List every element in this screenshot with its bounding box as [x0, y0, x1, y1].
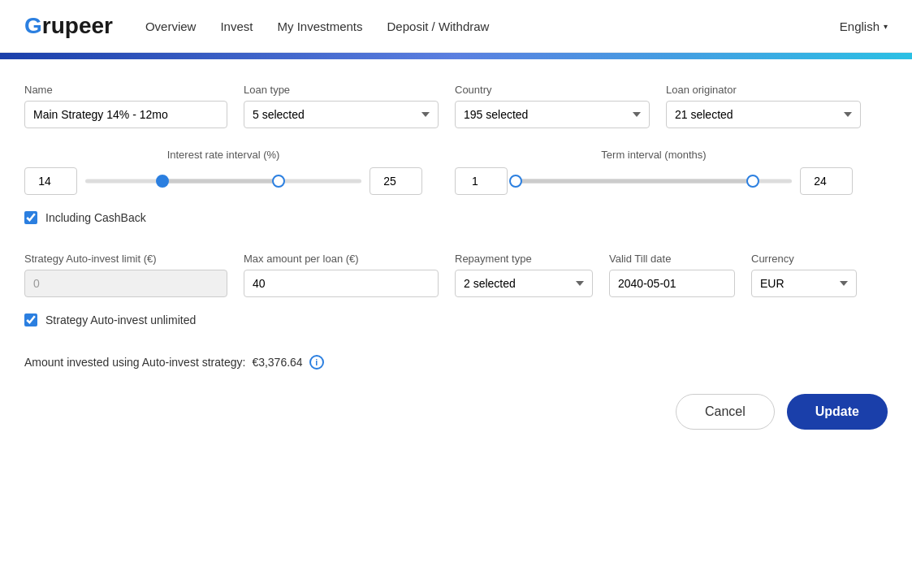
term-thumb-right[interactable] — [746, 175, 759, 188]
interest-slider-track — [85, 171, 361, 191]
nav-my-investments[interactable]: My Investments — [277, 19, 362, 33]
interest-rate-label: Interest rate interval (%) — [24, 149, 422, 161]
validtill-input[interactable] — [609, 270, 735, 297]
maxamount-input[interactable] — [244, 270, 439, 297]
interest-track-fill — [162, 179, 279, 184]
validtill-group: Valid Till date — [609, 253, 735, 297]
form-row-1: Name Loan type 5 selected Country 195 se… — [24, 84, 888, 128]
cashback-label[interactable]: Including CashBack — [45, 211, 146, 224]
header: Grupeer Overview Invest My Investments D… — [0, 0, 912, 53]
interest-rate-section: Interest rate interval (%) — [24, 149, 422, 195]
interest-max-input[interactable] — [370, 167, 422, 195]
term-interval-section: Term interval (months) — [455, 149, 853, 195]
currency-label: Currency — [751, 253, 857, 265]
term-interval-label: Term interval (months) — [455, 149, 853, 161]
sliders-row: Interest rate interval (%) Term interval… — [24, 149, 888, 195]
autoinvest-group: Strategy Auto-invest limit (€) — [24, 253, 227, 297]
brand-bar — [0, 53, 912, 59]
strategy-unlimited-label[interactable]: Strategy Auto-invest unlimited — [45, 313, 196, 326]
interest-rate-controls — [24, 167, 422, 195]
amount-value: €3,376.64 — [252, 356, 302, 369]
logo: Grupeer — [24, 13, 113, 39]
loan-originator-group: Loan originator 21 selected — [666, 84, 861, 128]
repayment-group: Repayment type 2 selected — [455, 253, 593, 297]
name-group: Name — [24, 84, 227, 128]
cashback-checkbox[interactable] — [24, 211, 37, 224]
interest-thumb-left[interactable] — [156, 175, 169, 188]
name-label: Name — [24, 84, 227, 96]
currency-group: Currency EUR — [751, 253, 857, 297]
amount-row: Amount invested using Auto-invest strate… — [24, 355, 888, 370]
name-input[interactable] — [24, 101, 227, 128]
autoinvest-input[interactable] — [24, 270, 227, 297]
strategy-unlimited-checkbox[interactable] — [24, 313, 37, 326]
interest-min-input[interactable] — [24, 167, 77, 195]
validtill-label: Valid Till date — [609, 253, 735, 265]
cashback-row: Including CashBack — [24, 211, 888, 224]
cancel-button[interactable]: Cancel — [676, 394, 775, 430]
term-controls — [455, 167, 853, 195]
chevron-down-icon: ▾ — [884, 22, 888, 31]
logo-g: G — [24, 13, 42, 38]
amount-label: Amount invested using Auto-invest strate… — [24, 356, 245, 369]
country-group: Country 195 selected — [455, 84, 650, 128]
nav-overview[interactable]: Overview — [145, 19, 197, 33]
button-row: Cancel Update — [24, 394, 888, 430]
loan-type-label: Loan type — [244, 84, 439, 96]
logo-rest: rupeer — [42, 13, 113, 38]
term-track-fill — [516, 179, 753, 184]
loan-type-select[interactable]: 5 selected — [244, 101, 439, 128]
term-max-input[interactable] — [800, 167, 853, 195]
main-content: Name Loan type 5 selected Country 195 se… — [0, 59, 912, 446]
info-icon[interactable]: i — [309, 355, 324, 370]
interest-thumb-right[interactable] — [272, 175, 285, 188]
language-selector[interactable]: English ▾ — [840, 19, 888, 33]
autoinvest-label: Strategy Auto-invest limit (€) — [24, 253, 227, 265]
repayment-select[interactable]: 2 selected — [455, 270, 593, 297]
update-button[interactable]: Update — [787, 394, 888, 430]
term-thumb-left[interactable] — [509, 175, 522, 188]
nav-invest[interactable]: Invest — [220, 19, 253, 33]
language-label: English — [840, 19, 880, 33]
country-select[interactable]: 195 selected — [455, 101, 650, 128]
term-min-input[interactable] — [455, 167, 508, 195]
term-slider-track — [516, 171, 792, 191]
maxamount-label: Max amount per loan (€) — [244, 253, 439, 265]
main-nav: Overview Invest My Investments Deposit /… — [145, 19, 840, 33]
country-label: Country — [455, 84, 650, 96]
repayment-label: Repayment type — [455, 253, 593, 265]
currency-select[interactable]: EUR — [751, 270, 857, 297]
loan-originator-select[interactable]: 21 selected — [666, 101, 861, 128]
maxamount-group: Max amount per loan (€) — [244, 253, 439, 297]
nav-deposit-withdraw[interactable]: Deposit / Withdraw — [387, 19, 490, 33]
loan-type-group: Loan type 5 selected — [244, 84, 439, 128]
loan-originator-label: Loan originator — [666, 84, 861, 96]
strategy-unlimited-row: Strategy Auto-invest unlimited — [24, 313, 888, 326]
form-row-bottom: Strategy Auto-invest limit (€) Max amoun… — [24, 253, 888, 297]
